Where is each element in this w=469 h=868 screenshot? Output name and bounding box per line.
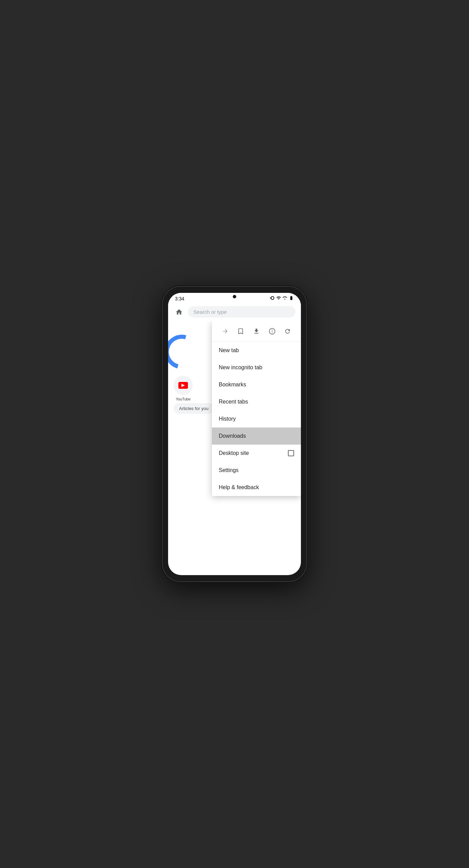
menu-item-new-incognito-tab[interactable]: New incognito tab: [212, 359, 301, 376]
google-logo-partial: [168, 328, 205, 375]
menu-item-label-settings: Settings: [219, 467, 239, 473]
info-button[interactable]: [267, 326, 278, 337]
menu-item-label-history: History: [219, 416, 236, 422]
status-icons: [270, 296, 294, 301]
phone-device: 3:34: [163, 287, 306, 581]
forward-button[interactable]: [220, 326, 231, 337]
bookmark-button[interactable]: [235, 326, 246, 337]
menu-item-help-feedback[interactable]: Help & feedback: [212, 479, 301, 496]
menu-item-label-downloads: Downloads: [219, 433, 246, 439]
camera-notch: [233, 295, 236, 298]
menu-item-label-new-tab: New tab: [219, 347, 239, 354]
download-button[interactable]: [251, 326, 262, 337]
shortcuts-row: YouTube: [174, 376, 193, 401]
menu-item-label-new-incognito-tab: New incognito tab: [219, 364, 262, 371]
youtube-label: YouTube: [176, 397, 190, 401]
menu-item-history[interactable]: History: [212, 410, 301, 427]
wifi-icon: [276, 296, 281, 301]
articles-label: Articles for you: [179, 406, 208, 411]
articles-for-you-button[interactable]: Articles for you: [174, 403, 214, 414]
content-area: YouTube Articles for you: [168, 321, 301, 575]
menu-item-bookmarks[interactable]: Bookmarks: [212, 376, 301, 393]
menu-toolbar: [212, 321, 301, 342]
menu-item-label-bookmarks: Bookmarks: [219, 382, 246, 388]
menu-item-new-tab[interactable]: New tab: [212, 342, 301, 359]
browser-toolbar: Search or type: [168, 303, 301, 321]
refresh-button[interactable]: [282, 326, 293, 337]
dropdown-menu: New tabNew incognito tabBookmarksRecent …: [212, 321, 301, 496]
youtube-icon: [178, 382, 188, 389]
battery-icon: [289, 296, 294, 301]
phone-screen: 3:34: [168, 293, 301, 575]
youtube-shortcut-icon: [174, 376, 193, 395]
menu-item-label-help-feedback: Help & feedback: [219, 484, 259, 491]
signal-icon: [282, 296, 287, 301]
status-bar: 3:34: [168, 293, 301, 303]
vibrate-icon: [270, 296, 275, 301]
status-time: 3:34: [175, 296, 184, 301]
menu-item-label-recent-tabs: Recent tabs: [219, 399, 248, 405]
search-bar[interactable]: Search or type: [188, 306, 295, 318]
youtube-shortcut[interactable]: YouTube: [174, 376, 193, 401]
search-placeholder: Search or type: [193, 309, 227, 315]
menu-item-checkbox-desktop-site[interactable]: [288, 450, 294, 456]
menu-item-settings[interactable]: Settings: [212, 462, 301, 479]
menu-item-recent-tabs[interactable]: Recent tabs: [212, 393, 301, 410]
home-button[interactable]: [174, 307, 185, 318]
menu-item-desktop-site[interactable]: Desktop site: [212, 445, 301, 462]
menu-items-container: New tabNew incognito tabBookmarksRecent …: [212, 342, 301, 496]
menu-item-downloads[interactable]: Downloads: [212, 427, 301, 445]
menu-item-label-desktop-site: Desktop site: [219, 450, 249, 456]
